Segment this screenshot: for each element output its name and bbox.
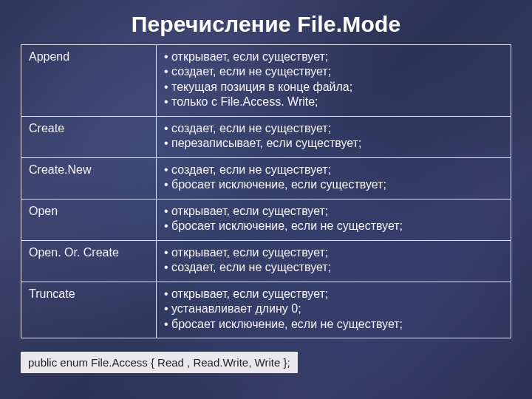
bullet: • текущая позиция в конце файла; [164,80,503,95]
mode-desc: • открывает, если существует; • бросает … [157,199,511,240]
table-row: Append • открывает, если существует; • с… [21,45,511,117]
bullet: • бросает исключение, если не существует… [164,219,503,233]
bullet: • открывает, если существует; [164,204,503,219]
code-snippet: public enum File.Access { Read , Read.Wr… [21,352,298,373]
mode-name: Create [21,116,157,157]
bullet: • открывает, если существует; [164,50,503,64]
bullet: • создает, если не существует; [164,163,503,177]
bullet: • открывает, если существует; [164,245,503,260]
mode-name: Append [21,45,157,117]
filemode-table: Append • открывает, если существует; • с… [21,44,511,338]
table-row: Truncate • открывает, если существует; •… [21,282,511,338]
mode-name: Open [21,199,157,240]
bullet: • перезаписывает, если существует; [164,136,503,151]
mode-desc: • открывает, если существует; • устанавл… [157,282,511,338]
mode-desc: • создает, если не существует; • бросает… [157,157,511,199]
table-row: Open. Or. Create • открывает, если сущес… [21,240,511,282]
table-row: Create.New • создает, если не существует… [21,157,511,199]
mode-name: Truncate [21,282,157,338]
table-row: Create • создает, если не существует; • … [21,116,511,157]
bullet: • открывает, если существует; [164,287,503,301]
mode-desc: • открывает, если существует; • создает,… [157,45,511,117]
mode-desc: • создает, если не существует; • перезап… [157,116,511,157]
slide-title: Перечисление File.Mode [21,12,511,37]
bullet: • бросает исключение, если существует; [164,177,503,192]
mode-name: Open. Or. Create [21,240,157,282]
bullet: • создает, если не существует; [164,64,503,79]
bullet: • создает, если не существует; [164,121,503,136]
mode-desc: • открывает, если существует; • создает,… [157,240,511,282]
mode-name: Create.New [21,157,157,199]
slide: Перечисление File.Mode Append • открывае… [0,0,532,399]
bullet: • устанавливает длину 0; [164,301,503,316]
bullet: • создает, если не существует; [164,260,503,275]
bullet: • только с File.Access. Write; [164,95,503,109]
table-row: Open • открывает, если существует; • бро… [21,199,511,240]
bullet: • бросает исключение, если не существует… [164,317,503,332]
